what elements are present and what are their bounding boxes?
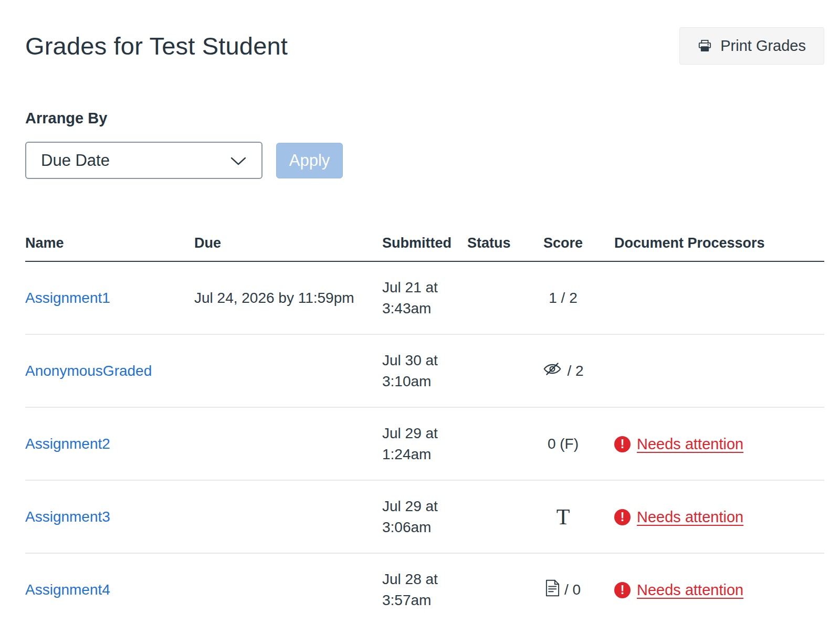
- score-value: / 2: [567, 363, 583, 379]
- chevron-down-icon: [230, 151, 247, 170]
- assignment-link[interactable]: AnonymousGraded: [25, 363, 152, 379]
- submitted-cell: Jul 29 at 1:24am: [376, 407, 455, 480]
- table-row-assignment2: Assignment2 Jul 29 at 1:24am 0 (F) ! Nee…: [25, 407, 824, 480]
- score-value: 0 (F): [548, 436, 579, 452]
- header-document-processors: Document Processors: [601, 235, 824, 261]
- submitted-cell: Jul 28 at 3:57am: [376, 553, 455, 624]
- page-header: Grades for Test Student Print Grades: [25, 27, 824, 65]
- header-name: Name: [25, 235, 188, 261]
- document-processors-cell: [601, 334, 824, 407]
- needs-attention-link[interactable]: Needs attention: [637, 509, 743, 526]
- assignment-link[interactable]: Assignment2: [25, 436, 110, 452]
- page-title: Grades for Test Student: [25, 31, 288, 61]
- submitted-cell: Jul 30 at 3:10am: [376, 334, 455, 407]
- status-cell: [455, 480, 525, 553]
- score-value: / 0: [564, 581, 581, 598]
- document-processors-cell: ! Needs attention: [601, 480, 824, 553]
- document-processors-cell: [601, 261, 824, 334]
- status-cell: [455, 334, 525, 407]
- table-row-assignment3: Assignment3 Jul 29 at 3:06am T ! Needs a…: [25, 480, 824, 553]
- assignment-link[interactable]: Assignment1: [25, 290, 110, 306]
- score-cell: / 2: [525, 334, 601, 407]
- status-cell: [455, 553, 525, 624]
- due-cell: [188, 407, 376, 480]
- header-due: Due: [188, 235, 376, 261]
- table-row-assignment4: Assignment4 Jul 28 at 3:57am: [25, 553, 824, 624]
- submitted-cell: Jul 21 at 3:43am: [376, 261, 455, 334]
- document-processors-cell: ! Needs attention: [601, 407, 824, 480]
- grades-table: Name Due Submitted Status Score Document…: [25, 235, 824, 624]
- status-cell: [455, 261, 525, 334]
- exclamation-circle-icon: !: [614, 509, 631, 525]
- due-cell: [188, 553, 376, 624]
- header-status: Status: [455, 235, 525, 261]
- due-cell: [188, 480, 376, 553]
- arrange-by-select[interactable]: Due Date: [25, 142, 262, 179]
- header-score: Score: [525, 235, 601, 261]
- table-row-anonymousgraded: AnonymousGraded Jul 30 at 3:10am /: [25, 334, 824, 407]
- assignment-link[interactable]: Assignment4: [25, 581, 110, 598]
- exclamation-circle-icon: !: [614, 582, 631, 598]
- needs-attention-link[interactable]: Needs attention: [637, 436, 743, 453]
- grades-page: Grades for Test Student Print Grades Arr…: [0, 0, 840, 624]
- printer-icon: [698, 39, 712, 53]
- due-cell: [188, 334, 376, 407]
- document-processors-cell: ! Needs attention: [601, 553, 824, 624]
- table-row-assignment1: Assignment1 Jul 24, 2026 by 11:59pm Jul …: [25, 261, 824, 334]
- needs-attention-link[interactable]: Needs attention: [637, 581, 743, 599]
- eye-off-icon: [542, 360, 562, 382]
- arrange-by-section: Arrange By Due Date Apply: [25, 110, 824, 179]
- submitted-cell: Jul 29 at 3:06am: [376, 480, 455, 553]
- exclamation-circle-icon: !: [614, 436, 631, 452]
- header-submitted: Submitted: [376, 235, 455, 261]
- score-cell: T: [525, 480, 601, 553]
- score-cell: / 0: [525, 553, 601, 624]
- score-value: 1 / 2: [549, 290, 577, 306]
- arrange-by-selected-option: Due Date: [41, 151, 110, 170]
- apply-button[interactable]: Apply: [276, 143, 343, 178]
- score-cell: 0 (F): [525, 407, 601, 480]
- arrange-by-label: Arrange By: [25, 110, 824, 127]
- score-cell: 1 / 2: [525, 261, 601, 334]
- print-grades-label: Print Grades: [720, 38, 806, 54]
- grades-table-header-row: Name Due Submitted Status Score Document…: [25, 235, 824, 261]
- print-grades-button[interactable]: Print Grades: [679, 27, 824, 65]
- text-grade-icon: T: [556, 506, 570, 528]
- arrange-by-controls: Due Date Apply: [25, 142, 824, 179]
- assignment-link[interactable]: Assignment3: [25, 509, 110, 525]
- due-cell: Jul 24, 2026 by 11:59pm: [188, 261, 376, 334]
- status-cell: [455, 407, 525, 480]
- document-icon: [545, 579, 560, 600]
